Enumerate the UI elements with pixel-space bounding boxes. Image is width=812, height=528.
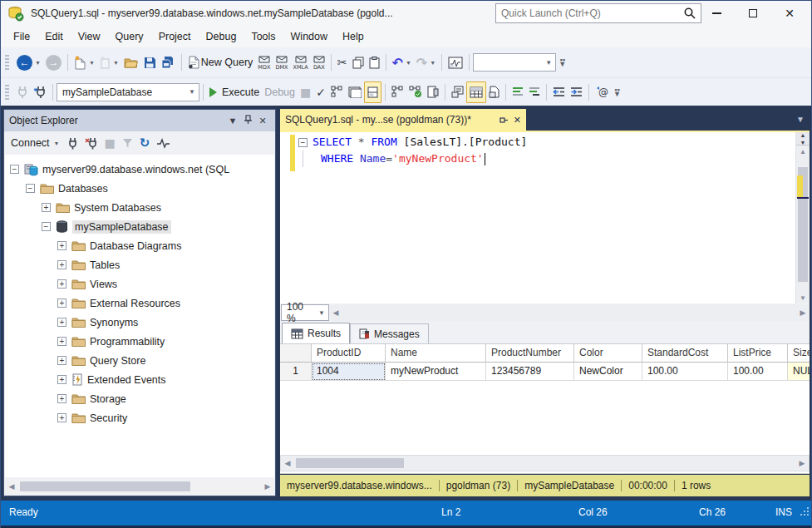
template-parameters-icon[interactable]: @ <box>593 81 611 103</box>
save-button[interactable] <box>141 52 159 73</box>
menu-file[interactable]: File <box>6 27 37 46</box>
save-all-button[interactable] <box>159 52 178 73</box>
toolbar-grip[interactable] <box>5 85 9 100</box>
grid-cell[interactable]: myNewProduct <box>386 363 486 381</box>
menu-tools[interactable]: Tools <box>244 27 283 46</box>
dax-query-button[interactable]: DAX <box>311 52 327 73</box>
increase-indent-icon[interactable] <box>568 81 585 103</box>
editor-hscrollbar[interactable]: ◀ ▶ <box>329 304 810 321</box>
object-explorer-titlebar[interactable]: Object Explorer ▼ ✕ <box>4 110 275 131</box>
new-query-button[interactable]: New Query <box>185 52 256 73</box>
editor-vscrollbar[interactable]: ▲▼ ▲ ▼ <box>795 132 810 303</box>
expand-icon[interactable]: + <box>57 318 66 327</box>
menu-view[interactable]: View <box>71 27 108 46</box>
comment-icon[interactable] <box>509 81 526 103</box>
expand-icon[interactable]: + <box>57 337 66 346</box>
menu-window[interactable]: Window <box>283 27 335 46</box>
tree-node-label[interactable]: myserver99.database.windows.net (SQL <box>42 164 229 175</box>
resize-grip[interactable] <box>800 506 810 516</box>
intellisense-enabled-icon[interactable] <box>364 81 381 103</box>
navigate-forward-button[interactable]: → <box>43 52 64 73</box>
dmx-query-button[interactable]: DMX <box>273 52 290 73</box>
code-line-1[interactable]: −SELECT * FROM [SalesLT].[Product] <box>298 134 527 151</box>
grid-cell[interactable]: 1004 <box>312 363 386 381</box>
outline-collapse-icon[interactable]: − <box>298 138 308 147</box>
results-to-text-icon[interactable] <box>449 81 466 103</box>
connect-button[interactable]: Connect▼ <box>7 136 63 151</box>
collapse-icon[interactable]: − <box>10 165 19 174</box>
tab-messages[interactable]: Messages <box>350 323 429 343</box>
status-insert-mode[interactable]: INS <box>775 506 792 518</box>
column-header-row-selector[interactable] <box>280 344 312 363</box>
code-line-2[interactable]: WHERE Name='myNewProduct' <box>298 151 527 167</box>
toolbar-overflow[interactable]: ▪▪▼ <box>556 52 568 73</box>
tree-node-label[interactable]: System Databases <box>74 202 161 214</box>
expand-icon[interactable]: + <box>57 413 66 422</box>
filter-icon[interactable] <box>120 132 135 154</box>
column-header-ListPrice[interactable]: ListPrice <box>728 344 788 363</box>
parse-button[interactable]: ✓ <box>313 81 328 103</box>
tree-node-external-resources[interactable]: +External Resources <box>5 294 274 313</box>
activity-monitor-button[interactable] <box>445 52 465 73</box>
add-item-button[interactable]: ▼ <box>97 52 121 73</box>
quick-launch-input[interactable] <box>496 7 683 19</box>
redo-button[interactable]: ↷▼ <box>414 52 438 73</box>
tree-node-label[interactable]: Extended Events <box>87 374 166 386</box>
actual-plan-icon[interactable] <box>389 81 406 103</box>
grid-cell[interactable]: 100.00 <box>728 363 788 381</box>
estimated-plan-icon[interactable] <box>328 81 346 103</box>
toolbar-overflow[interactable]: ▪▪▼ <box>611 81 623 103</box>
results-hscrollbar[interactable]: ◀ ▶ <box>280 455 810 471</box>
object-explorer-hscrollbar[interactable]: ◀ ▶ <box>5 478 274 495</box>
scroll-left-icon[interactable]: ◀ <box>329 308 342 317</box>
new-project-button[interactable]: ▼ <box>71 52 97 73</box>
grid-cell[interactable]: NewColor <box>574 363 642 381</box>
tree-node-label[interactable]: Security <box>90 412 127 424</box>
expand-icon[interactable]: + <box>42 203 51 212</box>
copy-button[interactable] <box>350 52 367 73</box>
connect-icon[interactable] <box>14 81 31 103</box>
decrease-indent-icon[interactable] <box>550 81 568 103</box>
menu-project[interactable]: Project <box>151 27 199 46</box>
panel-menu-icon[interactable]: ▼ <box>225 116 240 126</box>
client-statistics-icon[interactable] <box>425 81 441 103</box>
tab-close-icon[interactable]: ✕ <box>514 115 521 126</box>
mdx-query-button[interactable]: MDX <box>255 52 273 73</box>
status-column[interactable]: Col 26 <box>578 506 608 518</box>
scroll-up-icon[interactable]: ▲ <box>796 146 810 157</box>
oe-disconnect-icon[interactable] <box>82 132 101 154</box>
code-area[interactable]: −SELECT * FROM [SalesLT].[Product]WHERE … <box>298 134 527 167</box>
tree-node-label[interactable]: Views <box>90 279 117 290</box>
results-grid[interactable]: ProductIDNameProductNumberColorStandardC… <box>280 343 810 455</box>
paste-button[interactable] <box>367 52 382 73</box>
uncomment-icon[interactable] <box>526 81 543 103</box>
column-header-ProductID[interactable]: ProductID <box>312 344 386 363</box>
expand-icon[interactable]: + <box>57 279 66 289</box>
column-header-Name[interactable]: Name <box>386 344 486 363</box>
tree-node-label[interactable]: External Resources <box>90 298 180 309</box>
status-line[interactable]: Ln 2 <box>441 506 460 518</box>
results-to-file-icon[interactable] <box>486 81 502 103</box>
query-options-icon[interactable] <box>346 81 364 103</box>
tree-node-extended-events[interactable]: +Extended Events <box>5 370 274 389</box>
available-databases-combo[interactable]: mySampleDatabase ▼ <box>57 83 199 101</box>
expand-icon[interactable]: + <box>57 260 66 269</box>
tree-node-mysampledatabase[interactable]: −mySampleDatabase <box>5 217 274 236</box>
expand-icon[interactable]: + <box>57 299 66 308</box>
grid-cell[interactable]: 123456789 <box>486 363 574 381</box>
column-header-ProductNumber[interactable]: ProductNumber <box>486 344 574 363</box>
tree-node-query-store[interactable]: +Query Store <box>5 351 274 370</box>
scroll-right-icon[interactable]: ▶ <box>261 482 274 491</box>
document-list-dropdown-icon[interactable]: ▼ <box>796 115 805 124</box>
tree-node-myserver99-database-windows-net-sql[interactable]: −myserver99.database.windows.net (SQL <box>5 160 274 179</box>
collapse-icon[interactable]: − <box>26 184 35 193</box>
stop-button[interactable]: ■ <box>298 81 313 103</box>
expand-icon[interactable]: + <box>57 394 66 403</box>
refresh-icon[interactable]: ↻ <box>137 132 153 154</box>
tree-node-label[interactable]: Synonyms <box>90 317 138 328</box>
live-statistics-icon[interactable] <box>406 81 425 103</box>
tree-node-label[interactable]: Storage <box>90 393 126 405</box>
tree-node-label[interactable]: Database Diagrams <box>90 240 181 252</box>
tree-node-database-diagrams[interactable]: +Database Diagrams <box>5 236 274 255</box>
status-char[interactable]: Ch 26 <box>699 506 726 518</box>
